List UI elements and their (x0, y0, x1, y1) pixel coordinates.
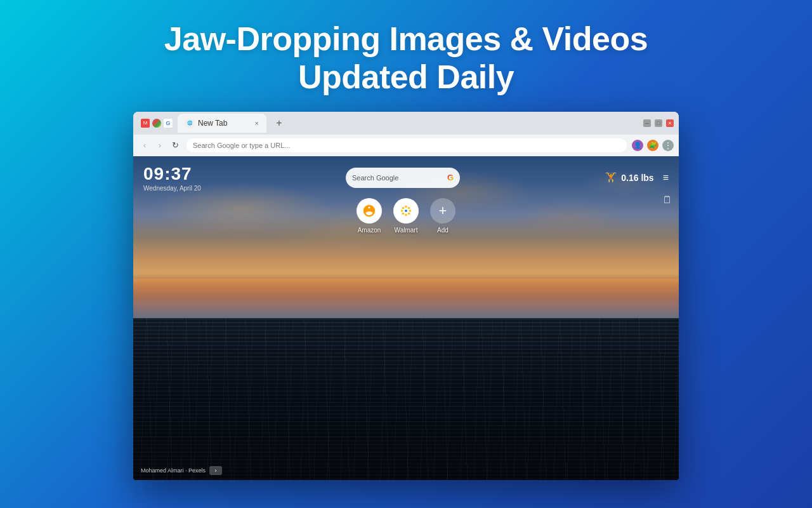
menu-icon[interactable]: ⋮ (662, 140, 674, 151)
add-label: Add (437, 227, 449, 234)
google-g-icon: G (447, 173, 454, 182)
widget-value: 0.16 lbs (621, 173, 653, 183)
toolbar-icons: 👤 🧩 ⋮ (632, 140, 674, 151)
url-input[interactable] (187, 138, 627, 152)
svg-point-2 (405, 213, 407, 216)
new-tab-page: 09:37 Wednesday, April 20 Search Google … (133, 156, 679, 480)
gmail-favicon: M (141, 119, 150, 128)
new-tab-topbar: 09:37 Wednesday, April 20 Search Google … (133, 156, 679, 192)
back-btn[interactable]: ‹ (138, 139, 151, 152)
tab-favicon: 🌐 (185, 119, 194, 128)
photo-credit: Mohamed Almari · Pexels › (141, 466, 222, 475)
sticky-note-icon[interactable]: 🗒 (662, 194, 672, 206)
reload-btn[interactable]: ↻ (169, 139, 181, 152)
clock-date: Wednesday, April 20 (143, 185, 201, 192)
credit-expand-btn[interactable]: › (209, 466, 222, 475)
svg-point-0 (405, 210, 407, 212)
maximize-btn[interactable]: □ (655, 119, 662, 127)
tab-label: New Tab (198, 119, 227, 128)
svg-point-3 (401, 210, 403, 212)
weight-widget: 🏋️ 0.16 lbs ≡ (605, 171, 669, 184)
clock-time: 09:37 (143, 164, 201, 184)
amazon-icon (357, 198, 382, 224)
svg-point-1 (405, 205, 407, 208)
address-bar: ‹ › ↻ 👤 🧩 ⋮ (133, 135, 679, 156)
tab-close-btn[interactable]: × (255, 119, 259, 127)
shortcuts-row: Amazon (133, 198, 679, 234)
svg-point-8 (402, 212, 405, 215)
svg-point-7 (408, 206, 410, 209)
google-search-bar[interactable]: Search Google G (346, 168, 460, 188)
svg-point-6 (408, 212, 410, 215)
close-btn[interactable]: × (666, 119, 674, 127)
chrome-favicon (152, 119, 161, 128)
svg-point-5 (402, 206, 405, 209)
svg-point-4 (409, 210, 412, 212)
active-tab[interactable]: 🌐 New Tab × (178, 114, 266, 133)
headline: Jaw-Dropping Images & Videos Updated Dai… (164, 20, 648, 97)
window-controls: ─ □ × (643, 119, 674, 127)
clock-widget: 09:37 Wednesday, April 20 (143, 164, 201, 192)
search-wrapper: Search Google G (206, 168, 599, 188)
google-favicon: G (164, 119, 173, 128)
credit-text: Mohamed Almari · Pexels (141, 467, 206, 474)
walmart-label: Walmart (395, 227, 418, 234)
profile-icon[interactable]: 👤 (632, 140, 643, 151)
amazon-shortcut[interactable]: Amazon (357, 198, 382, 234)
widget-menu-btn[interactable]: ≡ (663, 172, 669, 184)
new-tab-btn[interactable]: + (272, 116, 287, 131)
search-placeholder: Search Google (352, 174, 443, 182)
walmart-shortcut[interactable]: Walmart (393, 198, 419, 234)
amazon-label: Amazon (358, 227, 381, 234)
add-shortcut[interactable]: + Add (430, 198, 455, 234)
extension-icon[interactable]: 🧩 (647, 140, 658, 151)
add-icon: + (430, 198, 455, 224)
lighthouse-icon: 🏋️ (605, 171, 617, 184)
new-tab-content: 09:37 Wednesday, April 20 Search Google … (133, 156, 679, 480)
forward-btn[interactable]: › (154, 139, 166, 152)
minimize-btn[interactable]: ─ (643, 119, 651, 127)
browser-window: M G 🌐 New Tab × + ─ □ × ‹ › ↻ 👤 🧩 ⋮ (133, 112, 679, 480)
title-bar: M G 🌐 New Tab × + ─ □ × (133, 112, 679, 135)
nav-buttons: ‹ › ↻ (138, 139, 181, 152)
walmart-icon (393, 198, 419, 224)
favicon-group: M G (138, 119, 175, 128)
